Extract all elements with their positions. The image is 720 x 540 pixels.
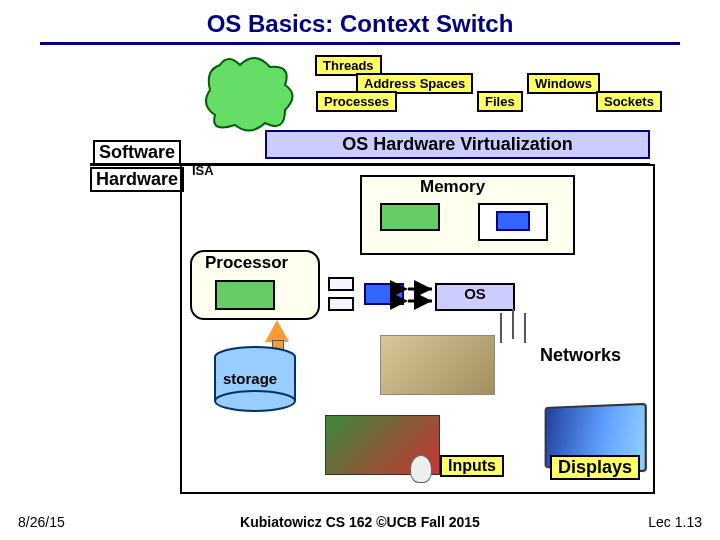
networks-label: Networks [540,345,621,366]
storage-label: storage [223,370,277,387]
orange-up-arrow-head [265,320,289,342]
blob-shape [200,55,300,135]
footer-lecnum: Lec 1.13 [648,514,702,530]
processor-label: Processor [205,253,288,273]
slide-title: OS Basics: Context Switch [0,0,720,38]
displays-label: Displays [550,455,640,480]
inputs-label: Inputs [440,455,504,477]
memory-pgtbl-blue [496,211,530,231]
footer-course: Kubiatowicz CS 162 ©UCB Fall 2015 [0,514,720,530]
software-label: Software [93,140,181,165]
antenna-3 [524,313,526,343]
processor-register-green [215,280,275,310]
diagram-canvas: Threads Address Spaces Windows Processes… [40,55,680,485]
tag-sockets: Sockets [596,91,662,112]
mouse-icon [410,455,432,483]
antenna-1 [500,313,502,343]
memory-region-green [380,203,440,231]
hardware-label: Hardware [90,167,184,192]
arrows-proc-os [320,255,440,325]
os-hardware-virtualization: OS Hardware Virtualization [265,130,650,159]
memory-label: Memory [420,177,485,197]
svg-point-6 [215,391,295,411]
title-underline [40,42,680,45]
tag-windows: Windows [527,73,600,94]
os-box: OS [435,283,515,311]
antenna-2 [512,309,514,339]
tag-files: Files [477,91,523,112]
tag-processes: Processes [316,91,397,112]
networks-device-icon [380,335,495,395]
